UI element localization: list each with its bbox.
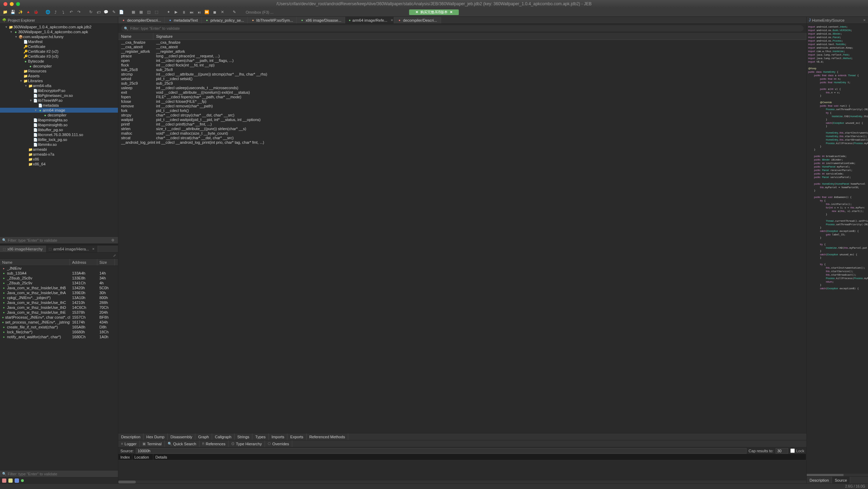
maximize-window-button[interactable]: [16, 2, 20, 6]
tree-item[interactable]: ▼ ● 360Wallpaper_1.0.4_apkcombo.com.apk: [0, 29, 118, 34]
horizontal-scrollbar[interactable]: [118, 480, 806, 483]
grid-icon[interactable]: ▦: [130, 9, 136, 15]
tree-item[interactable]: 📄 libbuffer_pg.so: [0, 127, 118, 132]
hierarchy-row[interactable]: ●lock_file(char*)16680h18Ch: [0, 329, 118, 334]
step-out-icon[interactable]: ⤴: [52, 9, 59, 15]
hierarchy-row[interactable]: ●Java_com_w_thsz_InsideUse_thB13420h5C0h: [0, 285, 118, 290]
stop-icon[interactable]: ⏹: [211, 9, 218, 15]
hierarchy-row[interactable]: ●Java_com_w_thsz_InsideUse_thE15378h204h: [0, 310, 118, 315]
doc-icon[interactable]: 📄: [118, 9, 125, 15]
hierarchy-row[interactable]: ●cpkg(_JNIEnv*, _jobject*)13A10h800h: [0, 295, 118, 300]
bug-icon[interactable]: 🐞: [33, 9, 39, 15]
tag-icon[interactable]: 🏷: [95, 9, 102, 15]
tree-item[interactable]: ▼ 📁 360Wallpaper_1.0.4_apkcombo.com.apk.…: [0, 24, 118, 29]
tree-item[interactable]: 🔑 Certificate: [0, 44, 118, 49]
function-row[interactable]: __register_atfork__register_atfork: [118, 49, 806, 54]
x-icon[interactable]: ✕: [219, 9, 225, 15]
hierarchy-row[interactable]: ●Java_com_w_thsz_InsideUse_thD14C6Ch70Ch: [0, 305, 118, 310]
log-col-details[interactable]: Details: [153, 454, 806, 460]
editor-tab[interactable]: ●privacy_policy_se...: [202, 17, 248, 23]
tree-item[interactable]: 📄 libapminsightb.so: [0, 122, 118, 127]
hierarchy-row[interactable]: ●_Z8sub_25c9v1341Ch4h: [0, 281, 118, 285]
log-tab[interactable]: ⎔Overrides: [265, 440, 292, 447]
tree-item[interactable]: 🔑 Certificate #3 (v3): [0, 54, 118, 59]
function-row[interactable]: printfint __cdecl printf(char* __fmt, ..…: [118, 122, 806, 126]
comment-icon[interactable]: 💬: [103, 9, 109, 15]
editor-tab[interactable]: ●x86 image/Disasse...: [297, 17, 345, 23]
log-col-location[interactable]: Location: [132, 454, 153, 460]
globe-icon[interactable]: 🌐: [45, 9, 51, 15]
close-window-button[interactable]: [4, 2, 7, 6]
filter-icon-2[interactable]: [8, 479, 13, 483]
hierarchy-row[interactable]: ●create_file_if_not_exist(char*)165A8hD8…: [0, 325, 118, 329]
filter-icon-1[interactable]: [2, 479, 6, 483]
project-tree[interactable]: ▼ 📁 360Wallpaper_1.0.4_apkcombo.com.apk.…: [0, 24, 118, 236]
function-row[interactable]: sub_25c8sub_25c8: [118, 67, 806, 72]
hierarchy-table[interactable]: Name Address Size ▸_JNIEnv●sub_133A4133A…: [0, 259, 118, 470]
function-row[interactable]: __cxa_finalize__cxa_finalize: [118, 40, 806, 44]
tree-item[interactable]: 📁 x86_64: [0, 162, 118, 166]
options-icon[interactable]: ⚙: [111, 238, 114, 242]
step3-icon[interactable]: ⏩: [204, 9, 210, 15]
log-tab[interactable]: ⎘References: [200, 440, 229, 447]
open-icon[interactable]: 📁: [2, 9, 8, 15]
function-list[interactable]: __cxa_finalize__cxa_finalize__cxa_atexit…: [118, 40, 806, 433]
bottom-tab[interactable]: Referenced Methods: [307, 433, 348, 440]
edit-icon[interactable]: ✎: [111, 9, 117, 15]
tree-item[interactable]: 📁 x86: [0, 157, 118, 162]
hierarchy-row[interactable]: ●sub_133A4133A4h14h: [0, 271, 118, 276]
tree-item[interactable]: 📁 armeabi-v7a: [0, 152, 118, 157]
pause-icon[interactable]: ⏸: [181, 9, 187, 15]
tree-item[interactable]: 📄 metadata: [0, 103, 118, 108]
bottom-tab[interactable]: Graph: [195, 433, 212, 440]
func-col-name[interactable]: Name: [118, 33, 153, 40]
func-col-signature[interactable]: Signature: [153, 33, 806, 40]
tree-item[interactable]: 📄 Manifest: [0, 39, 118, 44]
hierarchy-row[interactable]: ●Java_com_w_thsz_InsideUse_thA139E0h30h: [0, 290, 118, 295]
lock-checkbox-label[interactable]: Lock: [790, 448, 804, 453]
tree-item[interactable]: 📁 Resources: [0, 69, 118, 73]
editor-tab[interactable]: ●arm64 image/Refe...✕: [345, 17, 394, 23]
tree-item[interactable]: 📄 libcronet.76.0.3809.111.so: [0, 132, 118, 137]
editor-tab[interactable]: ●decompiler/Descri...: [118, 17, 165, 23]
function-row[interactable]: waitpidpid_t __cdecl waitpid(pid_t __pid…: [118, 117, 806, 122]
back-icon[interactable]: ↶: [68, 9, 74, 15]
tree-item[interactable]: ▼ 📁 arm64-v8a: [0, 83, 118, 88]
tree-item[interactable]: 📄 libapminsighta.so: [0, 118, 118, 122]
hier-col-address[interactable]: Address: [70, 259, 97, 265]
pencil-icon[interactable]: ✎: [231, 9, 237, 15]
function-row[interactable]: strlensize_t __cdecl __attribute__((pure…: [118, 126, 806, 131]
log-tab[interactable]: ⌬Type Hierarchy: [229, 440, 265, 447]
tree-item[interactable]: ▼ 📦 com.wallpaper.hd.funny: [0, 34, 118, 39]
forward-icon[interactable]: ↷: [76, 9, 82, 15]
hierarchy-row[interactable]: ●notify_and_waitfor(char*, char*)1680Ch1…: [0, 334, 118, 339]
save-icon[interactable]: 💾: [10, 9, 16, 15]
editor-tab[interactable]: ●decompiler/Descri...: [394, 17, 441, 23]
tree-item[interactable]: ● decompiler: [0, 64, 118, 69]
tree-item[interactable]: 📄 libfile_lock_pg.so: [0, 137, 118, 142]
tree-item[interactable]: ▼ 📄 libThreeWP.so: [0, 98, 118, 103]
hier-filter-input[interactable]: [8, 472, 116, 476]
function-row[interactable]: openint __cdecl open(char* __path, int _…: [118, 58, 806, 63]
lock-checkbox[interactable]: [790, 448, 795, 453]
filter-icon-3[interactable]: [15, 479, 19, 483]
marker-icon[interactable]: ✦: [165, 9, 172, 15]
function-row[interactable]: strcmpint __cdecl __attribute__((pure)) …: [118, 72, 806, 76]
tree-item[interactable]: 📄 libPglmetasec_ov.so: [0, 93, 118, 98]
hierarchy-row[interactable]: ▸_JNIEnv: [0, 266, 118, 271]
hier-col-size[interactable]: Size: [97, 259, 115, 265]
hierarchy-tab[interactable]: ⬚arm64 image/Hiera...✕: [46, 246, 98, 252]
source-bottom-tab[interactable]: Description: [807, 477, 832, 483]
function-row[interactable]: flockint __cdecl flock(int __fd, int __o…: [118, 63, 806, 67]
tree-item[interactable]: 📄 libEncryptorP.so: [0, 88, 118, 93]
function-row[interactable]: exitvoid __cdecl __attribute__((noreturn…: [118, 90, 806, 94]
function-row[interactable]: __cxa_atexit__cxa_atexit: [118, 44, 806, 49]
tree-item[interactable]: ▼ ● arm64 image: [0, 108, 118, 113]
function-row[interactable]: strcatchar* __cdecl strcat(char* __dst, …: [118, 135, 806, 140]
tree-item[interactable]: ● decompiler: [0, 113, 118, 118]
tree-item[interactable]: ● Bytecode: [0, 59, 118, 64]
tree-item[interactable]: 📁 armeabi: [0, 147, 118, 152]
bottom-tab[interactable]: Hex Dump: [144, 433, 168, 440]
license-banner[interactable]: ✕购买完整JEB版本✕: [409, 9, 459, 15]
tree-item[interactable]: 📄 libmmkv.so: [0, 142, 118, 147]
